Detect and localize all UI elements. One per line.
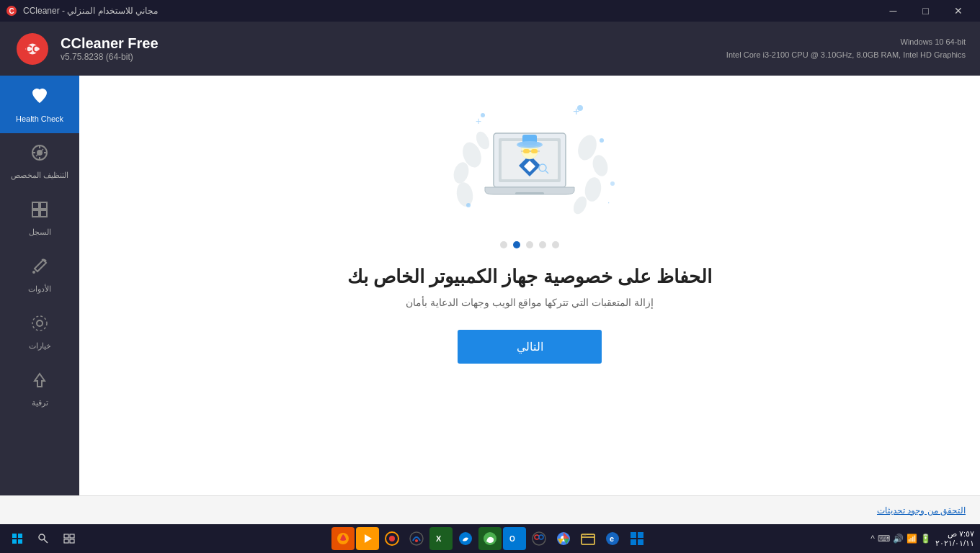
taskbar-center: X O (331, 527, 649, 550)
taskbar-clock: ٧:٥٧ ص ٢٠٢١/٠١/١١ (935, 529, 974, 548)
taskbar-app-browser[interactable] (380, 527, 404, 550)
svg-point-22 (590, 153, 610, 178)
svg-rect-58 (70, 534, 74, 538)
app-header: CC CCleaner Free v5.75.8238 (64-bit) Win… (0, 22, 980, 76)
sidebar-item-tools[interactable]: الأدوات (0, 247, 79, 304)
dot-4[interactable] (539, 241, 546, 248)
taskbar-app-files[interactable] (576, 527, 600, 550)
svg-rect-84 (638, 539, 643, 545)
svg-rect-81 (631, 532, 636, 538)
dot-2[interactable] (513, 241, 520, 248)
taskbar: X O (0, 524, 980, 553)
taskbar-app-whatsapp[interactable] (478, 527, 502, 550)
svg-point-43 (517, 141, 543, 148)
start-button[interactable] (6, 527, 29, 550)
svg-text:X: X (436, 534, 442, 543)
updates-bar: التحقق من وجود تحديثات (0, 495, 980, 524)
clock-time: ٧:٥٧ ص (948, 529, 974, 539)
tray-caret[interactable]: ^ (870, 534, 875, 544)
svg-point-20 (455, 181, 475, 207)
sidebar-item-health-check[interactable]: Health Check (0, 76, 79, 133)
svg-text:e: e (610, 534, 614, 543)
svg-rect-51 (12, 534, 17, 538)
svg-rect-44 (523, 149, 530, 153)
slide-title: الحفاظ على خصوصية جهاز الكمبيوتر الخاص ب… (347, 266, 712, 288)
svg-point-66 (415, 539, 418, 542)
svg-rect-82 (638, 532, 643, 538)
svg-point-55 (39, 534, 45, 540)
next-button[interactable]: التالي (458, 330, 602, 364)
taskbar-app-chrome[interactable] (552, 527, 575, 550)
taskbar-app-speedtest[interactable] (405, 527, 428, 550)
system-tray-icons: ^ ⌨ 🔊 📶 🔋 (870, 534, 931, 544)
options-icon (30, 314, 49, 337)
sidebar: Health Check التنظيف المخصص (0, 76, 79, 495)
app-header-left: CC CCleaner Free v5.75.8238 (64-bit) (14, 31, 159, 67)
svg-point-64 (389, 536, 395, 541)
app-logo: CC (14, 31, 50, 67)
health-check-icon (30, 86, 50, 110)
sidebar-item-custom-clean[interactable]: التنظيف المخصص (0, 133, 79, 190)
tray-battery: 🔋 (920, 534, 931, 544)
sidebar-item-options[interactable]: خيارات (0, 304, 79, 361)
svg-point-14 (32, 271, 35, 274)
taskbar-app-store[interactable] (527, 527, 551, 550)
taskbar-app-firefox[interactable] (331, 527, 355, 550)
svg-rect-57 (64, 534, 68, 538)
app-title-block: CCleaner Free v5.75.8238 (64-bit) (61, 35, 159, 62)
dot-5[interactable] (552, 241, 559, 248)
system-info: Windows 10 64-bit Intel Core i3-2100 CPU… (726, 36, 966, 61)
tray-volume[interactable]: 🔊 (893, 534, 904, 544)
svg-text:+: + (476, 115, 481, 127)
taskbar-app-settings[interactable] (625, 527, 649, 550)
taskbar-app-edge[interactable] (454, 527, 477, 550)
tools-icon (30, 257, 49, 280)
svg-point-33 (610, 181, 615, 186)
minimize-button[interactable]: ─ (877, 0, 909, 22)
svg-rect-78 (582, 534, 594, 544)
svg-text:CC: CC (25, 43, 40, 55)
svg-rect-37 (515, 192, 544, 194)
taskbar-taskview[interactable] (58, 527, 81, 550)
sidebar-label-registry: السجل (29, 228, 51, 237)
svg-line-56 (44, 539, 48, 543)
slide-dots (500, 241, 559, 248)
maximize-button[interactable]: □ (909, 0, 942, 22)
sidebar-label-health-check: Health Check (16, 114, 63, 123)
registry-icon (30, 200, 49, 223)
svg-marker-62 (365, 534, 372, 543)
svg-rect-53 (12, 539, 17, 544)
svg-rect-12 (32, 210, 39, 217)
clock-date: ٢٠٢١/٠١/١١ (935, 539, 974, 548)
updates-link[interactable]: التحقق من وجود تحديثات (877, 505, 966, 516)
svg-point-29 (466, 203, 471, 207)
svg-rect-13 (40, 210, 47, 217)
taskbar-app-excel[interactable]: X (429, 527, 453, 550)
svg-point-28 (600, 138, 604, 143)
taskbar-app-media[interactable] (356, 527, 379, 550)
title-bar-controls: ─ □ ✕ (877, 0, 974, 22)
sidebar-label-tools: الأدوات (28, 284, 51, 294)
tray-network: 📶 (906, 534, 917, 544)
system-info-os: Windows 10 64-bit (726, 36, 966, 49)
content-area: + + · (79, 76, 980, 495)
taskbar-search[interactable] (32, 527, 55, 550)
svg-rect-59 (64, 539, 68, 543)
svg-text:O: O (509, 535, 515, 543)
svg-marker-17 (35, 374, 45, 387)
tray-keyboard: ⌨ (878, 534, 890, 544)
svg-point-15 (37, 320, 43, 326)
dot-3[interactable] (526, 241, 533, 248)
app-title: CCleaner Free (61, 35, 159, 52)
taskbar-app-outlook[interactable]: O (503, 527, 526, 550)
sidebar-item-upgrade[interactable]: ترقية (0, 361, 79, 418)
dot-1[interactable] (500, 241, 507, 248)
svg-text:+: + (573, 105, 579, 117)
close-button[interactable]: ✕ (942, 0, 974, 22)
sidebar-item-registry[interactable]: السجل (0, 190, 79, 247)
sidebar-label-options: خيارات (29, 341, 51, 351)
svg-text:·: · (607, 197, 610, 207)
svg-point-16 (32, 316, 47, 331)
title-bar-left: C CCleaner - مجاني للاستخدام المنزلي (6, 5, 158, 17)
taskbar-app-ie[interactable]: e (601, 527, 624, 550)
